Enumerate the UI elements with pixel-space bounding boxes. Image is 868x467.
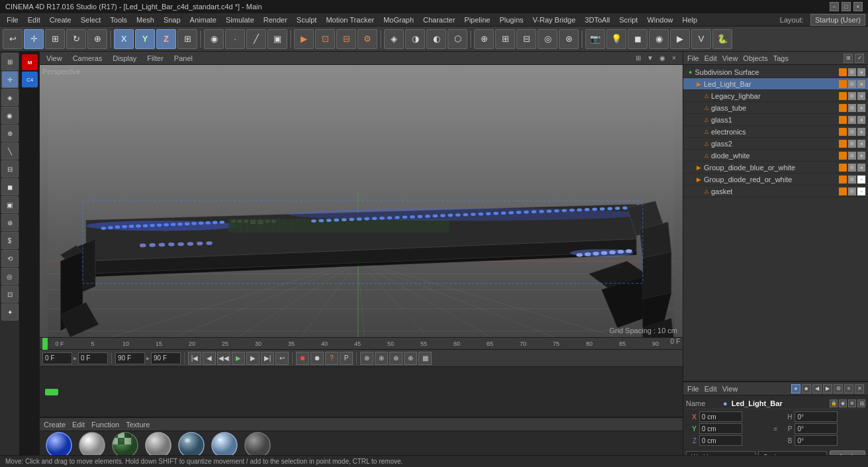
mat-tab-create[interactable]: Create: [44, 421, 66, 429]
obj-eye-glass2[interactable]: ●: [857, 140, 865, 148]
icon-py[interactable]: 🐍: [712, 29, 732, 49]
obj-item-subdivision[interactable]: ● Subdivision Surface ⊞ ●: [683, 66, 868, 78]
icon-mat[interactable]: ◉: [649, 29, 669, 49]
left-btn-8[interactable]: ⊛: [1, 214, 19, 231]
left-btn-1[interactable]: ◈: [1, 89, 19, 106]
close-button[interactable]: ×: [853, 2, 863, 11]
all-key-btn[interactable]: ⊕: [404, 352, 417, 365]
goto-start-btn[interactable]: |◀: [188, 352, 201, 365]
auto-key-btn[interactable]: ⏺: [311, 352, 324, 365]
display-mode-2[interactable]: ◑: [405, 29, 425, 49]
obj-dot-legacy-lb[interactable]: [839, 92, 847, 100]
menu-script[interactable]: Script: [615, 15, 642, 25]
render-region-btn[interactable]: ⊡: [315, 29, 335, 49]
obj-dot-electronics[interactable]: [839, 128, 847, 136]
menu-file[interactable]: File: [3, 15, 23, 25]
vp-icon-3[interactable]: ◉: [657, 54, 667, 63]
obj-eye-led[interactable]: ●: [857, 80, 865, 88]
left-btn-7[interactable]: ▣: [1, 196, 19, 213]
om-tab-view[interactable]: View: [722, 54, 738, 62]
obj-checker-electronics[interactable]: ⊞: [848, 128, 856, 136]
obj-dot-glass1[interactable]: [839, 116, 847, 124]
obj-checker-led[interactable]: ⊞: [848, 80, 856, 88]
timeline-start-marker[interactable]: [42, 338, 48, 350]
attr-icon-3[interactable]: ▶: [823, 384, 832, 393]
left-btn-4[interactable]: ╲: [1, 142, 19, 160]
obj-checker-group-blue[interactable]: ⊞: [848, 164, 856, 172]
point-mode-button[interactable]: ·: [225, 29, 245, 49]
left-btn-13[interactable]: ✦: [1, 303, 19, 321]
om-icon-2[interactable]: ✓: [855, 54, 864, 63]
pos-key-btn[interactable]: ⊕: [360, 352, 373, 365]
poly-mode-button[interactable]: ▣: [267, 29, 287, 49]
obj-item-group-blue[interactable]: ▶ Group_diode_blue_or_white ⊞ ●: [683, 162, 868, 174]
attr-h-input[interactable]: [795, 411, 838, 422]
obj-item-diode-white[interactable]: △ diode_white ⊞ ●: [683, 150, 868, 162]
obj-dot-gasket[interactable]: [839, 187, 847, 195]
om-tab-tags[interactable]: Tags: [773, 54, 789, 62]
menu-tools[interactable]: Tools: [106, 15, 131, 25]
fps-input[interactable]: [151, 352, 181, 364]
attr-tab-edit[interactable]: Edit: [704, 385, 717, 393]
menu-create[interactable]: Create: [46, 15, 75, 25]
loop-btn[interactable]: ↩: [275, 352, 289, 365]
edge-mode-button[interactable]: ╱: [246, 29, 266, 49]
menu-snap[interactable]: Snap: [160, 15, 185, 25]
attr-y-input[interactable]: [699, 423, 742, 434]
snap4-btn[interactable]: ◎: [538, 29, 557, 49]
menu-pipeline[interactable]: Pipeline: [460, 15, 494, 25]
layout-value[interactable]: Startup (User): [810, 14, 865, 26]
attr-vis-icon[interactable]: ◉: [839, 399, 847, 407]
display-mode-3[interactable]: ◐: [426, 29, 446, 49]
snap2-btn[interactable]: ⊞: [495, 29, 515, 49]
vp-tab-panel[interactable]: Panel: [171, 54, 195, 63]
obj-eye-group-blue[interactable]: ●: [857, 164, 865, 172]
menu-3dtoall[interactable]: 3DToAll: [581, 15, 614, 25]
om-icon-1[interactable]: ⊞: [844, 54, 853, 63]
attr-b-input[interactable]: [795, 435, 838, 446]
move-button[interactable]: ✛: [24, 29, 44, 49]
render-btn[interactable]: ▶: [294, 29, 314, 49]
attr-chain-icon[interactable]: ⛓: [857, 399, 865, 407]
vp-tab-display[interactable]: Display: [110, 54, 139, 63]
mat-tab-function[interactable]: Function: [91, 421, 119, 429]
left-btn-select[interactable]: ⊞: [1, 53, 19, 70]
vp-icon-2[interactable]: ▼: [646, 54, 655, 63]
attr-icon-4[interactable]: ⚙: [834, 384, 843, 393]
icon-light[interactable]: 💡: [606, 29, 626, 49]
obj-dot-glass2[interactable]: [839, 140, 847, 148]
tool4-button[interactable]: ⊕: [87, 29, 107, 49]
motion-btn[interactable]: P: [340, 352, 353, 365]
key-btn[interactable]: ?: [325, 352, 338, 365]
obj-eye-glass-tube[interactable]: ●: [857, 104, 865, 112]
attr-icon-6[interactable]: ✕: [855, 384, 864, 393]
icon-vray[interactable]: V: [691, 29, 711, 49]
attr-p-input[interactable]: [795, 423, 838, 434]
left-btn-12[interactable]: ⊡: [1, 285, 19, 303]
record-btn[interactable]: ⏺: [296, 352, 309, 365]
undo-button[interactable]: ↩: [3, 29, 23, 49]
axis-z-button[interactable]: Z: [156, 29, 176, 49]
left-btn-move[interactable]: ✛: [1, 71, 19, 88]
obj-dot-group-blue[interactable]: [839, 164, 847, 172]
attr-tab-view[interactable]: View: [722, 385, 738, 393]
obj-dot-sub[interactable]: [839, 68, 847, 76]
start-frame-input[interactable]: [78, 352, 108, 364]
attr-more-icon[interactable]: ⊕: [848, 399, 856, 407]
play-rev-btn[interactable]: ◀◀: [217, 352, 230, 365]
left-btn-6[interactable]: ◼: [1, 178, 19, 195]
minimize-button[interactable]: −: [830, 2, 839, 11]
menu-edit[interactable]: Edit: [24, 15, 44, 25]
scale-button[interactable]: ⊞: [45, 29, 65, 49]
vp-tab-cameras[interactable]: Cameras: [70, 54, 105, 63]
rotate-button[interactable]: ↻: [66, 29, 86, 49]
obj-eye-electronics[interactable]: ●: [857, 128, 865, 136]
obj-checker-glass2[interactable]: ⊞: [848, 140, 856, 148]
vp-tab-filter[interactable]: Filter: [144, 54, 166, 63]
menu-render[interactable]: Render: [260, 15, 291, 25]
attr-x-input[interactable]: [699, 411, 742, 422]
obj-dot-glass-tube[interactable]: [839, 104, 847, 112]
obj-dot-group-red[interactable]: [839, 176, 847, 183]
left-btn-11[interactable]: ◎: [1, 268, 19, 285]
left-btn-10[interactable]: ⟲: [1, 250, 19, 267]
